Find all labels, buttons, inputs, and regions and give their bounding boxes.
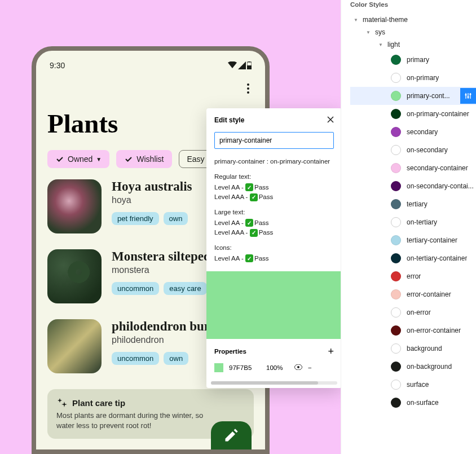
chevron-down-icon: ▼ (354, 17, 358, 23)
tree-node-sys[interactable]: ▼sys (350, 26, 476, 38)
tag: easy care (164, 282, 206, 295)
contrast-report: primary-container : on-primary-container… (206, 155, 342, 271)
plant-thumbnail (47, 249, 102, 303)
color-style-row[interactable]: tertiary-container (350, 231, 476, 249)
tree-node-light[interactable]: ▼light (350, 38, 476, 51)
color-swatch-icon (391, 271, 401, 281)
color-style-label: on-secondary (407, 146, 448, 154)
panel-scrollbar[interactable] (211, 381, 337, 385)
hex-value[interactable]: 97F7B5 (229, 364, 261, 371)
fab-edit[interactable] (211, 421, 252, 449)
app-bar (36, 74, 265, 103)
color-style-row[interactable]: surface (350, 376, 476, 394)
panel-title: Edit style (214, 116, 244, 124)
color-style-row[interactable]: on-error (350, 303, 476, 321)
color-swatch-icon (391, 380, 401, 390)
battery-icon (247, 61, 252, 69)
color-style-row[interactable]: on-background (350, 358, 476, 376)
style-settings-button[interactable] (460, 88, 476, 104)
clock-text: 9:30 (50, 61, 65, 70)
color-swatch-icon (391, 217, 401, 227)
chip-owned[interactable]: Owned ▼ (47, 150, 109, 168)
color-swatch-icon (391, 145, 401, 155)
signal-icon (238, 61, 246, 69)
color-style-row[interactable]: secondary (350, 123, 476, 141)
color-style-row[interactable]: on-error-container (350, 321, 476, 340)
color-style-label: primary-cont... (407, 92, 450, 100)
tree-node-material-theme[interactable]: ▼material-theme (350, 14, 476, 26)
color-style-row[interactable]: error (350, 267, 476, 285)
close-icon (327, 116, 334, 123)
color-styles-sidebar: Color Styles ▼material-theme ▼sys ▼light… (341, 0, 476, 454)
contrast-pair: primary-container : on-primary-container (214, 157, 334, 166)
svg-rect-1 (247, 65, 252, 69)
color-style-label: tertiary-container (407, 236, 457, 244)
sidebar-title: Color Styles (350, 0, 476, 14)
color-style-row[interactable]: on-tertiary-container (350, 249, 476, 267)
color-style-row[interactable]: on-secondary-contai... (350, 177, 476, 195)
remove-property-button[interactable]: − (308, 364, 312, 371)
color-swatch-icon (391, 398, 401, 408)
chevron-down-icon: ▼ (378, 42, 383, 47)
color-style-row[interactable]: background (350, 340, 476, 358)
overflow-menu-button[interactable] (243, 79, 254, 98)
check-icon (55, 155, 64, 164)
tag: uncommon (112, 282, 159, 295)
svg-point-4 (465, 94, 466, 95)
tag: own (164, 212, 188, 225)
color-style-label: tertiary (407, 200, 427, 208)
design-canvas[interactable]: 9:30 Plants Owned ▼ Wishlist Easy C (0, 0, 341, 454)
plant-thumbnail (47, 319, 102, 373)
color-style-label: error-container (407, 290, 451, 298)
color-style-row[interactable]: primary (350, 51, 476, 69)
color-swatch-icon (391, 163, 401, 173)
color-style-row[interactable]: on-primary-container (350, 105, 476, 123)
color-style-row[interactable]: on-surface (350, 394, 476, 412)
color-style-label: error (407, 272, 421, 280)
style-name-input[interactable] (214, 132, 334, 149)
color-tree: ▼material-theme ▼sys ▼light primaryon-pr… (350, 14, 476, 412)
color-style-row[interactable]: error-container (350, 285, 476, 303)
color-swatch-icon (391, 307, 401, 318)
pass-icon: ✓ (245, 183, 253, 191)
color-style-row[interactable]: on-secondary (350, 141, 476, 159)
color-swatch-icon (391, 91, 401, 101)
pass-icon: ✓ (245, 219, 253, 227)
pass-icon: ✓ (250, 229, 258, 237)
icons-label: Icons: (214, 243, 334, 253)
regular-text-label: Regular text: (214, 172, 334, 182)
color-preview-swatch[interactable] (206, 271, 342, 339)
pass-icon: ✓ (250, 193, 258, 201)
wifi-icon (228, 61, 237, 69)
edit-style-panel: Edit style primary-container : on-primar… (206, 108, 342, 388)
svg-rect-2 (248, 61, 250, 62)
plant-thumbnail (47, 179, 102, 233)
chip-label: Owned (68, 155, 92, 164)
status-icons (228, 61, 252, 69)
color-swatch-icon (391, 127, 401, 137)
close-button[interactable] (327, 115, 334, 125)
color-style-label: on-tertiary-container (407, 254, 467, 262)
color-swatch-icon (391, 253, 401, 263)
mini-swatch[interactable] (214, 363, 223, 372)
color-style-row[interactable]: tertiary (350, 195, 476, 213)
color-style-row[interactable]: secondary-container (350, 159, 476, 177)
color-style-row[interactable]: primary-cont... (350, 87, 476, 105)
chevron-down-icon: ▼ (96, 156, 102, 162)
color-swatch-icon (391, 181, 401, 191)
color-style-label: on-primary-container (407, 110, 469, 118)
visibility-toggle[interactable] (294, 364, 302, 371)
svg-point-5 (467, 96, 469, 98)
chip-wishlist[interactable]: Wishlist (116, 150, 171, 168)
eye-icon (294, 364, 302, 370)
color-style-label: surface (407, 381, 429, 389)
chip-label: Wishlist (136, 155, 164, 164)
color-style-label: on-primary (407, 74, 439, 82)
opacity-value[interactable]: 100% (266, 364, 289, 371)
color-swatch-icon (391, 362, 401, 372)
pencil-icon (223, 427, 239, 443)
color-style-row[interactable]: on-tertiary (350, 213, 476, 231)
add-property-button[interactable]: + (328, 346, 334, 358)
svg-point-3 (297, 366, 299, 368)
color-style-row[interactable]: on-primary (350, 69, 476, 87)
